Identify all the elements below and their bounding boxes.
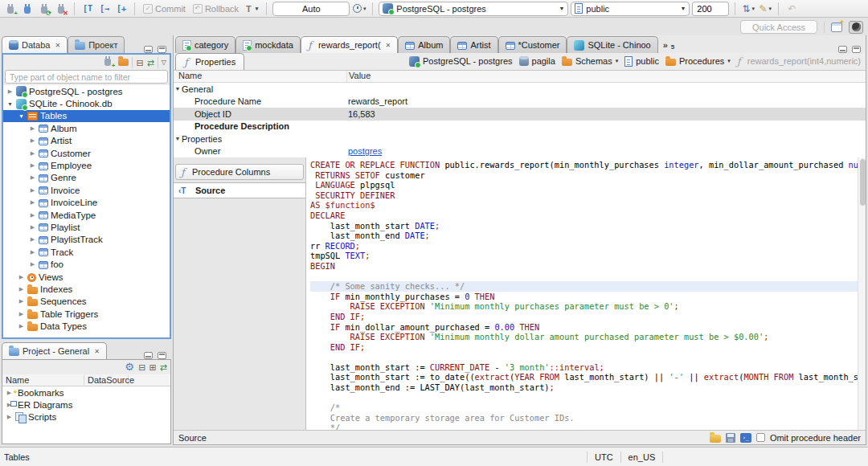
grid-row-properties[interactable]: ▼Properties — [174, 133, 866, 145]
code-line[interactable]: rr RECORD; — [310, 241, 858, 251]
tree-item-indexes[interactable]: ▶Indexes — [3, 283, 170, 295]
tree-item-sequences[interactable]: ▶Sequences — [3, 296, 170, 308]
grid-row-procedure-name[interactable]: Procedure Namerewards_report — [174, 96, 866, 108]
schema-select[interactable]: public ▼ — [571, 2, 690, 16]
code-line[interactable]: last_month_end DATE; — [310, 231, 858, 241]
breadcrumb-item-public[interactable]: public — [624, 56, 659, 67]
object-filter-input[interactable] — [5, 70, 168, 84]
history-button[interactable]: ▾ — [352, 2, 366, 16]
disclosure-collapsed-icon[interactable]: ▶ — [29, 125, 36, 132]
connection-select[interactable]: PostgreSQL - postgres ▼ — [379, 2, 568, 16]
tree-item-postgresql-postgres[interactable]: ▶PostgreSQL - postgres — [3, 85, 170, 97]
disclosure-expanded-icon[interactable]: ▼ — [174, 136, 182, 141]
connection-icon[interactable] — [20, 2, 35, 16]
disclosure-collapsed-icon[interactable]: ▶ — [18, 274, 25, 280]
disclosure-collapsed-icon[interactable]: ▶ — [18, 286, 25, 292]
breadcrumb-item-schemas[interactable]: Schemas▾ — [562, 56, 618, 66]
sync-button[interactable]: ⇅▾ — [741, 2, 755, 16]
subtab-procedure-columns[interactable]: Procedure Columns — [175, 164, 304, 180]
editor-tab-mockdata[interactable]: mockdata — [235, 36, 301, 53]
grid-row-object-id[interactable]: Object ID16,583 — [174, 108, 866, 121]
maximize-icon[interactable] — [158, 352, 166, 359]
connect-icon[interactable]: + — [3, 2, 18, 16]
tree-item-tables[interactable]: ▼Tables — [3, 110, 170, 122]
tree-item-sqlite-chinook-db[interactable]: ▼SQLite - Chinook.db — [3, 97, 170, 109]
editor-tab-customer[interactable]: *Customer — [498, 36, 567, 53]
code-line[interactable]: RETURNS SETOF customer — [310, 170, 858, 181]
transaction-mode-button[interactable]: T▾ — [244, 4, 260, 14]
new-sql-editor-icon[interactable]: [+ — [114, 2, 129, 16]
source-scrollbar[interactable] — [858, 157, 866, 430]
disclosure-collapsed-icon[interactable]: ▶ — [18, 323, 25, 329]
code-line[interactable]: RAISE EXCEPTION 'Minimum monthly dollar … — [310, 332, 858, 342]
tree-item-bookmarks[interactable]: ▶Bookmarks — [2, 386, 170, 399]
code-line[interactable] — [310, 393, 858, 403]
disclosure-collapsed-icon[interactable]: ▶ — [6, 88, 14, 95]
tree-item-views[interactable]: ▶Views — [3, 271, 170, 283]
tree-item-genre[interactable]: ▶Genre — [3, 172, 170, 184]
collapse-all-icon[interactable]: ⊟ — [138, 362, 145, 373]
disclosure-expanded-icon[interactable]: ▼ — [6, 101, 14, 107]
timezone-indicator[interactable]: UTC — [588, 452, 620, 463]
tree-item-invoiceline[interactable]: ▶InvoiceLine — [3, 197, 170, 209]
disclosure-expanded-icon[interactable]: ▼ — [174, 86, 182, 92]
scrollbar-thumb[interactable] — [860, 159, 866, 206]
disclosure-collapsed-icon[interactable]: ▶ — [18, 311, 25, 317]
disclosure-collapsed-icon[interactable]: ▶ — [29, 174, 36, 181]
locale-indicator[interactable]: en_US — [621, 452, 663, 463]
code-line[interactable]: last_month_start := to_date((extract(YEA… — [310, 372, 858, 382]
editor-tabs-overflow-button[interactable]: »5 — [658, 36, 680, 53]
tree-item-customer[interactable]: ▶Customer — [3, 147, 170, 159]
tab-properties[interactable]: Properties — [175, 53, 244, 70]
source-editor[interactable]: ▲▼ CREATE OR REPLACE FUNCTION public.rew… — [306, 157, 858, 430]
grid-row-owner[interactable]: Ownerpostgres — [174, 145, 866, 158]
code-line[interactable]: tmpSQL TEXT; — [310, 251, 858, 261]
breadcrumb-item-postgresql-postgres[interactable]: PostgreSQL - postgres — [409, 56, 512, 67]
reconnect-icon[interactable]: ⟳ — [37, 2, 51, 16]
code-line[interactable]: BEGIN — [310, 261, 858, 272]
code-line[interactable]: IF min_dollar_amount_purchased = 0.00 TH… — [310, 322, 858, 333]
disclosure-collapsed-icon[interactable]: ▶ — [29, 150, 36, 157]
code-line[interactable]: Create a temporary storage area for Cust… — [310, 413, 858, 423]
tree-item-er-diagrams[interactable]: ▶ER Diagrams — [2, 399, 170, 411]
tree-item-table-triggers[interactable]: ▶Table Triggers — [3, 308, 170, 320]
tab-projects[interactable]: Проект — [68, 36, 125, 53]
expand-all-icon[interactable]: ⊞ — [149, 362, 157, 373]
fetch-size-input[interactable] — [692, 2, 729, 16]
tree-item-scripts[interactable]: ▶Scripts — [2, 411, 170, 423]
code-line[interactable]: /* Some sanity checks... */ — [310, 281, 858, 292]
owner-link[interactable]: postgres — [348, 146, 382, 156]
code-line[interactable]: DECLARE — [310, 211, 858, 221]
minimize-icon[interactable] — [144, 352, 153, 359]
editor-tab-album[interactable]: Album — [398, 36, 450, 53]
editor-tab-sqlite-chinoo[interactable]: SQLite - Chinoo — [567, 36, 657, 53]
disclosure-collapsed-icon[interactable]: ▶ — [29, 137, 36, 144]
editor-tab-rewards-report[interactable]: rewards_report(✕ — [301, 36, 398, 53]
breadcrumb-item-pagila[interactable]: pagila — [519, 56, 555, 66]
disclosure-collapsed-icon[interactable]: ▶ — [6, 414, 13, 420]
disclosure-expanded-icon[interactable]: ▼ — [18, 113, 25, 119]
breadcrumb-item-procedures[interactable]: Procedures▾ — [665, 56, 731, 66]
open-perspective-icon[interactable] — [831, 22, 842, 32]
quick-access-input[interactable]: Quick Access — [740, 20, 817, 34]
dbeaver-perspective-icon[interactable] — [849, 21, 863, 34]
link-with-editor-icon[interactable]: ⇄ — [160, 362, 167, 373]
editor-tab-category[interactable]: category — [175, 36, 235, 53]
code-line[interactable]: IF min_monthly_purchases = 0 THEN — [310, 292, 858, 302]
save-to-file-icon[interactable] — [726, 433, 735, 443]
breadcrumb-item-rewards-report-int4-numeric[interactable]: rewards_report(int4,numeric) — [737, 56, 861, 67]
load-from-file-icon[interactable] — [710, 435, 721, 443]
code-line[interactable] — [310, 352, 858, 362]
new-folder-icon[interactable] — [118, 59, 129, 66]
tree-item-track[interactable]: ▶Track — [3, 246, 170, 258]
code-line[interactable] — [310, 272, 858, 282]
tree-item-invoice[interactable]: ▶Invoice — [3, 184, 170, 196]
subtab-source[interactable]: Source — [174, 182, 305, 198]
code-line[interactable]: END IF; — [310, 312, 858, 322]
tree-item-artist[interactable]: ▶Artist — [3, 135, 170, 147]
chevron-down-icon[interactable]: ▾ — [616, 58, 619, 64]
disclosure-collapsed-icon[interactable]: ▶ — [29, 236, 36, 243]
code-line[interactable]: /* — [310, 403, 858, 413]
code-line[interactable]: last_month_start := CURRENT_DATE - '3 mo… — [310, 362, 858, 373]
new-connection-icon[interactable]: + — [100, 57, 115, 68]
